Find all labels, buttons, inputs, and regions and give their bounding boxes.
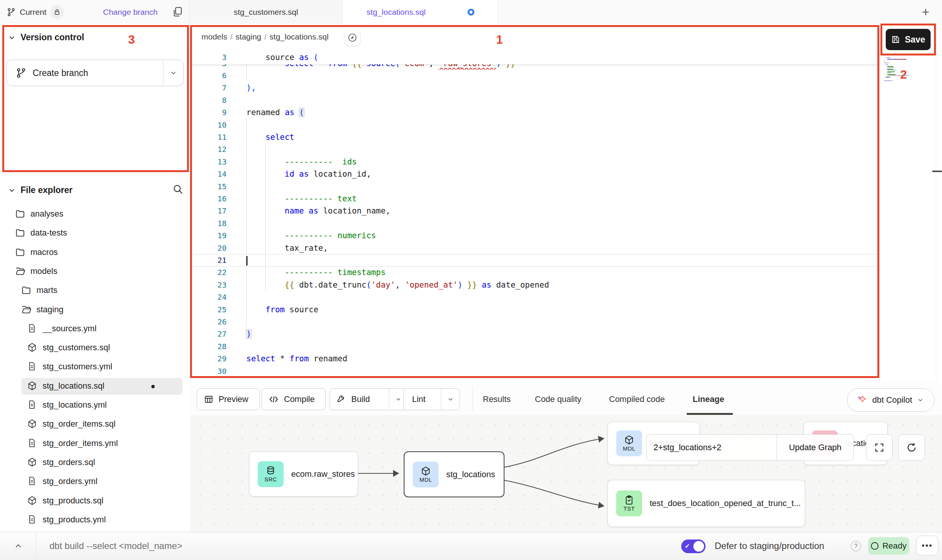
command-input[interactable]: dbt build --select <model_name> [49, 532, 182, 560]
line-number: 16 [190, 193, 227, 205]
version-control-header[interactable]: Version control [8, 32, 84, 43]
file-label: stg_locations.yml [43, 400, 107, 410]
tree-item-stg-products-yml[interactable]: stg_products.yml [0, 511, 190, 530]
copilot-compass-icon[interactable] [344, 30, 360, 46]
file-label: stg_locations.sql [43, 381, 105, 391]
button-label: Preview [217, 394, 250, 404]
file-label: stg_orders.sql [43, 457, 95, 467]
line-number: 15 [190, 180, 227, 193]
text-cursor [246, 256, 247, 266]
tree-item-stg-orders-sql[interactable]: stg_orders.sql [0, 453, 190, 472]
tree-item-models[interactable]: models [0, 262, 190, 281]
dbt-copilot-button[interactable]: dbt Copilot [847, 388, 934, 412]
preview-button[interactable]: Preview [197, 388, 260, 410]
line-number: 25 [190, 304, 227, 316]
build-button[interactable]: Build [330, 388, 408, 410]
defer-toggle[interactable]: ✓ [681, 539, 706, 553]
tree-item--sources-yml[interactable]: __sources.yml [0, 320, 190, 339]
doc-icon [27, 362, 36, 371]
fullscreen-button[interactable] [866, 434, 893, 461]
tree-item-staging[interactable]: staging [0, 301, 190, 320]
file-label: stg_orders.yml [43, 476, 97, 486]
refresh-icon [906, 442, 917, 453]
folder-icon [21, 285, 31, 295]
check-icon: ✓ [685, 542, 690, 550]
file-explorer-header[interactable]: File explorer [8, 185, 73, 195]
line-number: 26 [190, 316, 227, 328]
line-number: 11 [190, 131, 227, 143]
fullscreen-icon [874, 442, 885, 453]
folder-open-icon [15, 266, 25, 276]
minimap-line [906, 59, 907, 59]
compile-button[interactable]: Compile [262, 388, 326, 410]
current-branch[interactable]: Current [7, 0, 64, 24]
code-line: ---------- ids [285, 156, 357, 168]
panel-tab-code-quality[interactable]: Code quality [535, 388, 581, 410]
file-label: __sources.yml [43, 324, 97, 334]
update-graph-button[interactable]: Update Graph [777, 434, 854, 461]
more-options-button[interactable]: ••• [916, 536, 938, 555]
lineage-selector-input[interactable]: 2+stg_locations+2 [646, 434, 777, 461]
search-icon[interactable] [172, 184, 184, 195]
tree-item-stg-locations-yml[interactable]: stg_locations.yml [0, 396, 190, 415]
line-number: 17 [190, 205, 227, 217]
tree-item-data-tests[interactable]: data-tests [0, 224, 190, 243]
panel-resize-handle[interactable] [932, 171, 942, 172]
tab-stg-locations[interactable]: stg_locations.sql [343, 0, 498, 24]
code-line: ---------- numerics [285, 229, 376, 242]
tree-item-marts[interactable]: marts [0, 281, 190, 300]
folder-icon [15, 247, 25, 257]
tree-item-analyses[interactable]: analyses [0, 205, 190, 224]
tree-item-stg-products-sql[interactable]: stg_products.sql [0, 492, 190, 511]
save-label: Save [905, 35, 925, 45]
lineage-node-test[interactable]: TSTtest_does_location_opened_at_trunc_t.… [607, 480, 805, 527]
test-badge: TST [616, 490, 642, 516]
lineage-node-model[interactable]: MDLstg_locations [404, 451, 504, 497]
tree-item-stg-customers-yml[interactable]: stg_customers.yml [0, 358, 190, 376]
breadcrumb-segment[interactable]: stg_locations.sql [270, 32, 328, 41]
toggle-knob [693, 541, 704, 552]
scrollbar[interactable] [936, 24, 942, 382]
code-line: ---------- text [285, 193, 357, 205]
panel-tab-compiled-code[interactable]: Compiled code [609, 388, 665, 410]
model-icon [27, 419, 37, 429]
minimap-line [884, 63, 887, 63]
version-control-title: Version control [21, 32, 84, 43]
modified-dot [151, 385, 155, 388]
lint-button[interactable]: Lint [403, 388, 460, 410]
panel-tab-lineage[interactable]: Lineage [693, 388, 724, 410]
annotation-label-2: 2 [900, 68, 907, 82]
copy-icon[interactable] [172, 6, 183, 17]
breadcrumb-separator: / [230, 32, 233, 41]
lint-dropdown[interactable] [441, 389, 460, 410]
button-label: Build [350, 394, 371, 404]
tree-item-stg-order-items-yml[interactable]: stg_order_items.yml [0, 434, 190, 453]
code-line: name as location_name, [285, 205, 390, 217]
refresh-button[interactable] [898, 434, 925, 461]
new-tab-button[interactable]: + [917, 3, 934, 21]
tree-item-stg-order-items-sql[interactable]: stg_order_items.sql [0, 415, 190, 434]
wrench-icon [337, 395, 346, 404]
create-branch-dropdown[interactable] [163, 60, 183, 86]
panel-tab-results[interactable]: Results [483, 388, 511, 410]
tree-item-stg-orders-yml[interactable]: stg_orders.yml [0, 472, 190, 491]
save-button[interactable]: Save [886, 29, 931, 50]
line-number: 18 [190, 217, 227, 229]
command-bar-expand-button[interactable] [0, 532, 36, 560]
tree-item-stg-customers-sql[interactable]: stg_customers.sql [0, 339, 190, 358]
tree-item-stg-locations-sql[interactable]: stg_locations.sql [0, 377, 190, 396]
file-label: data-tests [30, 228, 67, 238]
breadcrumb-segment[interactable]: staging [236, 32, 262, 41]
create-branch-button[interactable]: Create branch [6, 60, 184, 86]
minimap-line [889, 63, 889, 63]
tab-stg-customers[interactable]: stg_customers.sql [189, 0, 343, 24]
lineage-node-source[interactable]: SRCecom.raw_stores [249, 451, 358, 497]
status-ready-badge[interactable]: Ready [868, 537, 909, 555]
button-label: Lint [411, 394, 427, 404]
editor-minimap[interactable] [884, 55, 934, 84]
change-branch-link[interactable]: Change branch [103, 0, 158, 24]
tree-item-macros[interactable]: macros [0, 243, 190, 262]
breadcrumb-segment[interactable]: models [201, 32, 227, 41]
help-icon[interactable]: ? [851, 541, 861, 551]
git-branch-icon [16, 68, 27, 78]
